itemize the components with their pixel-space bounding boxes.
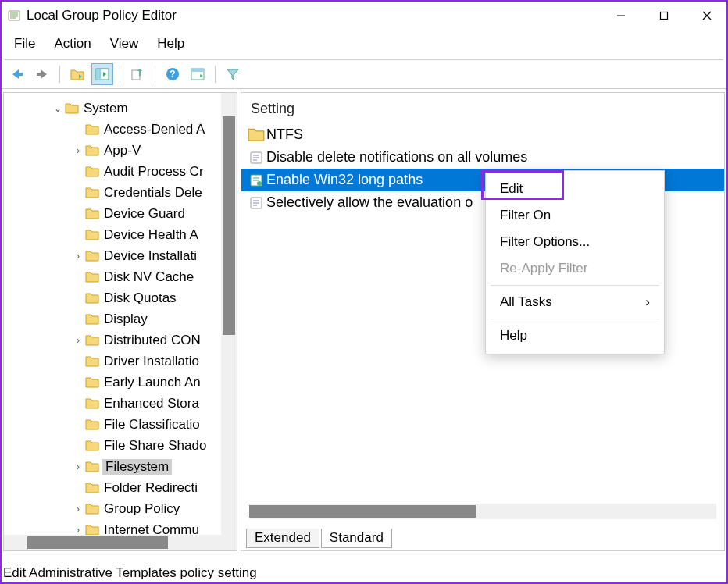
tree-node-label: Audit Process Cr xyxy=(102,164,204,180)
tree-node[interactable]: ›Group Policy xyxy=(4,498,237,519)
context-menu-label: Re-Apply Filter xyxy=(500,261,587,276)
tree-node[interactable]: Device Guard xyxy=(4,203,237,224)
expand-icon[interactable]: › xyxy=(71,251,85,262)
tree-node[interactable]: Early Launch An xyxy=(4,372,237,393)
list-row[interactable]: Disable delete notifications on all volu… xyxy=(241,146,724,169)
tree-node[interactable]: File Classificatio xyxy=(4,414,237,435)
column-header-setting[interactable]: Setting xyxy=(241,93,724,123)
svg-point-25 xyxy=(257,181,262,186)
folder-icon xyxy=(85,376,99,388)
tree-node[interactable]: Device Health A xyxy=(4,224,237,245)
tree-horizontal-scrollbar[interactable] xyxy=(4,535,237,550)
expand-icon[interactable]: › xyxy=(71,335,85,346)
folder-icon xyxy=(65,102,79,114)
context-menu-item[interactable]: Filter Options... xyxy=(486,229,664,255)
tree-node-label: Filesystem xyxy=(102,459,172,475)
tree-node-label: Disk Quotas xyxy=(102,290,177,306)
tree-node[interactable]: Enhanced Stora xyxy=(4,393,237,414)
context-menu-label: Filter Options... xyxy=(500,234,590,250)
tree-node[interactable]: Disk Quotas xyxy=(4,287,237,308)
context-menu-label: Filter On xyxy=(500,208,551,223)
folder-icon xyxy=(85,334,99,346)
tree-node[interactable]: Credentials Dele xyxy=(4,182,237,203)
tree-node-label: Early Launch An xyxy=(102,375,201,390)
tree-node[interactable]: Driver Installatio xyxy=(4,351,237,372)
tree-node[interactable]: ›Device Installati xyxy=(4,245,237,266)
tree-node-label: Distributed CON xyxy=(102,333,201,348)
tree-node-system[interactable]: ⌄ System xyxy=(4,98,237,119)
context-menu-separator xyxy=(491,319,659,319)
setting-icon xyxy=(248,173,265,187)
folder-icon xyxy=(85,355,99,367)
setting-icon xyxy=(248,196,265,210)
context-menu: EditFilter OnFilter Options...Re-Apply F… xyxy=(485,170,665,354)
tree-vertical-scrollbar[interactable] xyxy=(221,93,237,550)
tree-node-label: Device Guard xyxy=(102,206,185,222)
folder-icon xyxy=(85,271,99,283)
context-menu-item[interactable]: All Tasks› xyxy=(486,289,664,315)
folder-icon xyxy=(85,418,99,430)
tree-node[interactable]: ›App-V xyxy=(4,140,237,161)
folder-icon xyxy=(85,313,99,325)
status-bar: Edit Administrative Templates policy set… xyxy=(3,565,257,581)
context-menu-item: Re-Apply Filter xyxy=(486,255,664,282)
tree-node-label: App-V xyxy=(102,143,141,158)
expand-icon[interactable]: › xyxy=(71,461,85,472)
expand-icon[interactable]: › xyxy=(71,525,85,536)
folder-icon xyxy=(248,127,265,141)
tree-node-label: File Share Shado xyxy=(102,438,206,454)
setting-icon xyxy=(248,151,265,165)
folder-icon xyxy=(85,166,99,177)
tree-node[interactable]: ›Filesystem xyxy=(4,456,237,477)
context-menu-item[interactable]: Filter On xyxy=(486,202,664,229)
tab-extended[interactable]: Extended xyxy=(246,529,319,548)
tree-pane: ⌄ System Access-Denied A›App-VAudit Proc… xyxy=(3,92,237,551)
tree-node[interactable]: ›Distributed CON xyxy=(4,329,237,351)
folder-icon xyxy=(85,461,99,472)
list-row-label: Disable delete notifications on all volu… xyxy=(265,149,527,166)
tree-node[interactable]: Display xyxy=(4,308,237,329)
context-menu-label: Edit xyxy=(500,181,523,197)
folder-icon xyxy=(85,123,99,135)
context-menu-item[interactable]: Edit xyxy=(486,176,664,202)
tab-standard[interactable]: Standard xyxy=(321,529,392,548)
folder-icon xyxy=(85,250,99,262)
list-horizontal-scrollbar[interactable] xyxy=(249,504,716,519)
expand-icon[interactable]: › xyxy=(71,145,85,156)
folder-icon xyxy=(85,144,99,156)
list-row-label: Selectively allow the evaluation o xyxy=(265,194,473,211)
tree-node-label: Group Policy xyxy=(102,501,180,517)
tree-node-label: Display xyxy=(102,312,148,327)
tree-node-label: Device Installati xyxy=(102,248,197,264)
folder-icon xyxy=(85,482,99,493)
tree-node[interactable]: Disk NV Cache xyxy=(4,266,237,287)
tree-node-label: Driver Installatio xyxy=(102,354,199,369)
tabs: Extended Standard xyxy=(246,529,392,548)
list-row[interactable]: NTFS xyxy=(241,123,724,146)
submenu-arrow-icon: › xyxy=(645,294,650,310)
context-menu-separator xyxy=(491,285,659,286)
tree-node-label: Enhanced Stora xyxy=(102,396,199,411)
tree-node-label: Access-Denied A xyxy=(102,122,205,137)
tree-node[interactable]: Folder Redirecti xyxy=(4,477,237,498)
folder-icon xyxy=(85,524,99,536)
context-menu-label: Help xyxy=(500,328,527,344)
collapse-icon[interactable]: ⌄ xyxy=(51,103,65,114)
expand-icon[interactable]: › xyxy=(71,504,85,515)
list-row-label: Enable Win32 long paths xyxy=(265,172,423,188)
folder-icon xyxy=(85,187,99,198)
tree[interactable]: ⌄ System Access-Denied A›App-VAudit Proc… xyxy=(4,93,237,550)
folder-icon xyxy=(85,229,99,240)
tree-node[interactable]: Audit Process Cr xyxy=(4,161,237,182)
context-menu-item[interactable]: Help xyxy=(486,322,664,349)
folder-icon xyxy=(85,503,99,515)
tree-node-label: Device Health A xyxy=(102,227,198,243)
folder-icon xyxy=(85,440,99,451)
tree-node-label: File Classificatio xyxy=(102,417,200,433)
tree-node[interactable]: Access-Denied A xyxy=(4,119,237,140)
tree-node-label: Credentials Dele xyxy=(102,185,202,201)
folder-icon xyxy=(85,208,99,219)
folder-icon xyxy=(85,397,99,409)
folder-icon xyxy=(85,292,99,304)
tree-node[interactable]: File Share Shado xyxy=(4,435,237,456)
